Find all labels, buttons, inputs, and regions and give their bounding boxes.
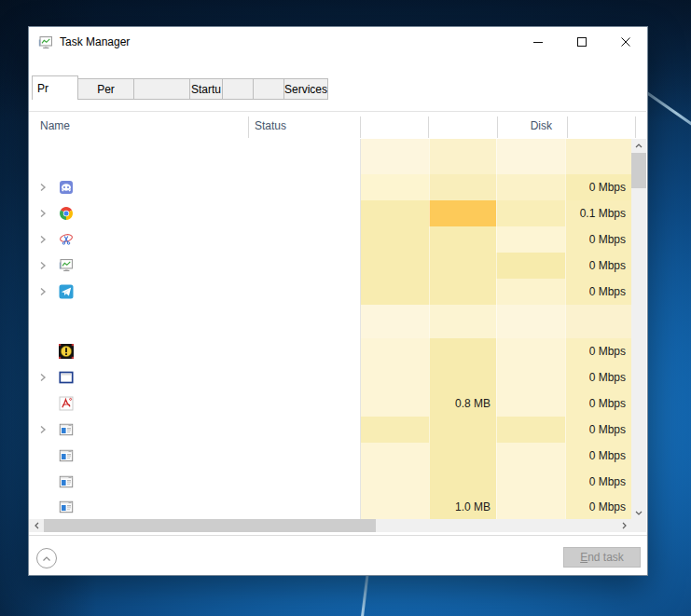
vertical-scrollbar[interactable] bbox=[631, 139, 646, 519]
spacer-row bbox=[29, 305, 646, 338]
disk-cell bbox=[496, 226, 565, 253]
end-task-label: End task bbox=[564, 548, 640, 567]
column-divider bbox=[248, 116, 249, 138]
tab-label: Services bbox=[284, 83, 327, 96]
cpu-cell bbox=[361, 305, 429, 338]
tab-startu[interactable]: Startu bbox=[190, 78, 223, 100]
process-row[interactable]: 0 Mbps bbox=[29, 279, 646, 305]
discord-icon bbox=[59, 180, 74, 195]
column-header-disk[interactable]: Disk bbox=[496, 112, 552, 140]
footer-bar: End task bbox=[29, 536, 647, 575]
process-row[interactable]: 1.0 MB0 Mbps bbox=[29, 495, 646, 519]
memory-cell bbox=[429, 305, 496, 338]
tab-label: Pr bbox=[37, 82, 48, 95]
disk-cell bbox=[496, 417, 565, 443]
column-header-status[interactable]: Status bbox=[255, 112, 286, 140]
maximize-button[interactable] bbox=[560, 27, 603, 56]
network-cell: 0 Mbps bbox=[565, 443, 631, 469]
tab-per[interactable]: Per bbox=[78, 78, 134, 100]
expander-chevron-icon[interactable] bbox=[38, 209, 48, 218]
cpu-cell bbox=[361, 174, 429, 200]
memory-cell bbox=[429, 443, 496, 469]
tab-pr[interactable]: Pr bbox=[32, 75, 78, 100]
chevron-down-icon bbox=[635, 511, 643, 515]
expander-chevron-icon[interactable] bbox=[38, 261, 48, 270]
process-row[interactable]: 0 Mbps bbox=[29, 226, 646, 253]
window-title: Task Manager bbox=[60, 27, 130, 57]
expander-chevron-icon[interactable] bbox=[38, 373, 48, 382]
process-row[interactable]: 0 Mbps bbox=[29, 174, 646, 200]
window-controls bbox=[516, 27, 647, 56]
scroll-up-button[interactable] bbox=[631, 139, 646, 152]
tab-blank-5[interactable] bbox=[254, 78, 284, 100]
scrollbar-corner bbox=[631, 519, 646, 532]
fewer-details-toggle[interactable] bbox=[36, 548, 57, 568]
cpu-cell bbox=[361, 338, 429, 364]
cpu-cell bbox=[361, 253, 429, 279]
snipping-tool-icon bbox=[59, 232, 74, 247]
process-row[interactable]: 0 Mbps bbox=[29, 443, 646, 469]
horizontal-scrollbar[interactable] bbox=[29, 519, 631, 532]
app-window-icon bbox=[59, 422, 74, 437]
process-row[interactable]: 0 Mbps bbox=[29, 417, 646, 443]
cpu-cell bbox=[361, 469, 429, 495]
network-cell: 0 Mbps bbox=[565, 495, 631, 519]
network-cell: 0.1 Mbps bbox=[565, 200, 631, 226]
scroll-left-button[interactable] bbox=[29, 519, 44, 532]
disk-cell bbox=[496, 305, 565, 338]
cpu-cell bbox=[361, 443, 429, 469]
network-cell: 0 Mbps bbox=[565, 253, 631, 279]
minimize-icon bbox=[532, 36, 544, 48]
expander-chevron-icon[interactable] bbox=[38, 183, 48, 192]
process-row[interactable]: 0.8 MB0 Mbps bbox=[29, 390, 646, 417]
disk-cell bbox=[496, 443, 565, 469]
disk-cell bbox=[496, 364, 565, 390]
titlebar[interactable]: Task Manager bbox=[29, 27, 647, 57]
maximize-icon bbox=[576, 36, 587, 48]
column-header-name[interactable]: Name bbox=[40, 112, 70, 140]
process-row[interactable]: 0 Mbps bbox=[29, 253, 646, 279]
network-cell: 0 Mbps bbox=[565, 174, 631, 200]
tab-label: Per bbox=[97, 83, 115, 96]
cpu-cell bbox=[361, 390, 429, 417]
telegram-icon bbox=[59, 284, 74, 299]
vertical-scroll-thumb[interactable] bbox=[631, 153, 646, 188]
close-button[interactable] bbox=[603, 27, 647, 56]
horizontal-scroll-thumb[interactable] bbox=[44, 519, 376, 532]
process-row[interactable]: 0 Mbps bbox=[29, 469, 646, 495]
scroll-right-button[interactable] bbox=[616, 519, 631, 532]
memory-cell bbox=[429, 139, 496, 174]
expander-chevron-icon[interactable] bbox=[38, 235, 48, 244]
memory-cell: 1.0 MB bbox=[429, 495, 496, 519]
window-frame-icon bbox=[59, 370, 74, 385]
chevron-right-icon bbox=[622, 522, 627, 529]
task-manager-window: Task Manager PrPerStartuServices Name S bbox=[28, 26, 648, 576]
tab-blank-2[interactable] bbox=[134, 78, 190, 100]
disk-cell bbox=[496, 338, 565, 364]
expander-chevron-icon[interactable] bbox=[38, 425, 48, 434]
end-task-button[interactable]: End task bbox=[563, 547, 641, 568]
process-row[interactable]: 0.1 Mbps bbox=[29, 200, 646, 226]
disk-cell bbox=[496, 469, 565, 495]
tab-services[interactable]: Services bbox=[284, 78, 328, 100]
column-divider bbox=[635, 116, 636, 138]
process-row[interactable]: 0 Mbps bbox=[29, 364, 646, 390]
scroll-down-button[interactable] bbox=[631, 506, 646, 519]
network-cell: 0 Mbps bbox=[565, 279, 631, 305]
column-divider bbox=[428, 116, 429, 138]
minimize-button[interactable] bbox=[516, 27, 560, 56]
disk-cell bbox=[496, 390, 565, 417]
close-icon bbox=[620, 36, 631, 48]
memory-cell bbox=[429, 253, 496, 279]
process-row[interactable]: 0 Mbps bbox=[29, 338, 646, 364]
process-table: 0 Mbps0.1 Mbps0 Mbps0 Mbps0 Mbps0 Mbps0 … bbox=[29, 139, 646, 519]
acrobat-reader-icon bbox=[59, 396, 74, 411]
cpu-cell bbox=[361, 226, 429, 253]
expander-chevron-icon[interactable] bbox=[38, 287, 48, 296]
network-cell bbox=[565, 139, 631, 174]
task-manager-icon bbox=[59, 258, 74, 273]
chrome-icon bbox=[59, 206, 74, 221]
tab-blank-4[interactable] bbox=[223, 78, 254, 100]
app-window-icon bbox=[59, 448, 74, 463]
cpu-cell bbox=[361, 279, 429, 305]
